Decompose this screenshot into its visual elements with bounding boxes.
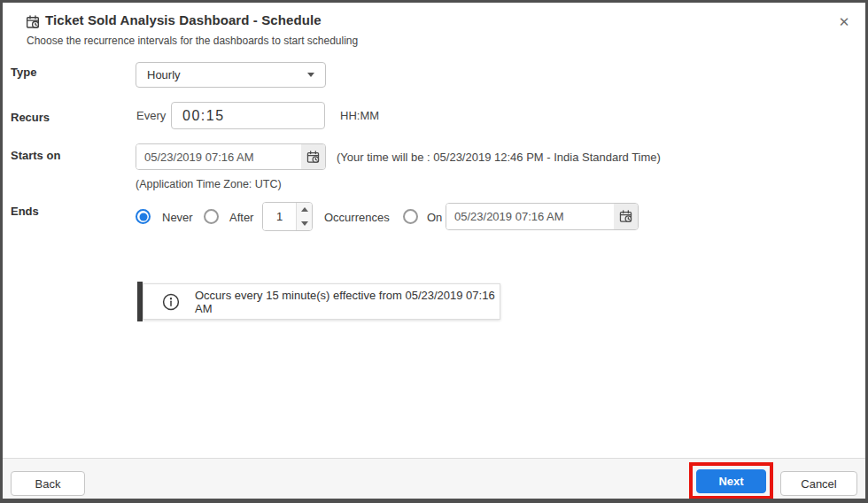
starts-on-field bbox=[136, 143, 326, 170]
local-time-note: (Your time will be : 05/23/2019 12:46 PM… bbox=[337, 151, 661, 164]
ends-on-field bbox=[446, 203, 639, 230]
chevron-down-icon bbox=[307, 73, 314, 77]
ends-on-calendar-icon[interactable] bbox=[614, 204, 638, 229]
ends-on-label[interactable]: On bbox=[427, 211, 442, 224]
ends-never-radio[interactable] bbox=[136, 209, 151, 224]
cancel-button[interactable]: Cancel bbox=[780, 471, 857, 496]
dialog-subtitle: Choose the recurrence intervals for the … bbox=[27, 35, 358, 47]
info-icon bbox=[162, 293, 180, 311]
ends-after-label[interactable]: After bbox=[229, 211, 253, 224]
ends-on-date-input[interactable] bbox=[446, 204, 614, 229]
dialog-footer: Back Next Cancel bbox=[3, 458, 865, 499]
recurs-label: Recurs bbox=[11, 111, 50, 124]
stepper-down-icon[interactable] bbox=[297, 217, 312, 231]
type-label: Type bbox=[11, 66, 36, 79]
ends-on-radio[interactable] bbox=[403, 209, 418, 224]
schedule-calendar-clock-icon bbox=[25, 14, 41, 30]
schedule-dialog: Ticket Sold Analysis Dashboard - Schedul… bbox=[0, 0, 868, 503]
stepper-buttons bbox=[296, 203, 312, 230]
starts-on-label: Starts on bbox=[11, 149, 60, 162]
ends-after-radio[interactable] bbox=[204, 209, 219, 224]
occurrences-input[interactable] bbox=[263, 203, 296, 230]
next-button[interactable]: Next bbox=[696, 469, 766, 493]
starts-on-input[interactable] bbox=[136, 144, 301, 169]
type-dropdown[interactable]: Hourly bbox=[136, 62, 326, 88]
dialog-title: Ticket Sold Analysis Dashboard - Schedul… bbox=[45, 12, 322, 27]
next-button-highlight: Next bbox=[689, 462, 773, 499]
occurrences-label: Occurrences bbox=[324, 211, 390, 224]
app-timezone-note: (Application Time Zone: UTC) bbox=[136, 178, 282, 190]
stepper-up-icon[interactable] bbox=[297, 203, 312, 217]
type-dropdown-value: Hourly bbox=[147, 68, 307, 81]
close-icon[interactable]: ✕ bbox=[833, 12, 855, 33]
back-button[interactable]: Back bbox=[11, 471, 85, 496]
ends-never-label[interactable]: Never bbox=[162, 211, 193, 224]
recurs-interval-input[interactable] bbox=[171, 102, 325, 129]
every-label: Every bbox=[136, 109, 166, 122]
starts-on-calendar-icon[interactable] bbox=[301, 144, 325, 169]
occurrences-stepper bbox=[262, 202, 313, 231]
recurrence-summary-box: Occurs every 15 minute(s) effective from… bbox=[143, 283, 500, 320]
ends-label: Ends bbox=[11, 205, 39, 218]
recurrence-summary-text: Occurs every 15 minute(s) effective from… bbox=[195, 289, 500, 315]
hhmm-hint: HH:MM bbox=[340, 109, 379, 122]
